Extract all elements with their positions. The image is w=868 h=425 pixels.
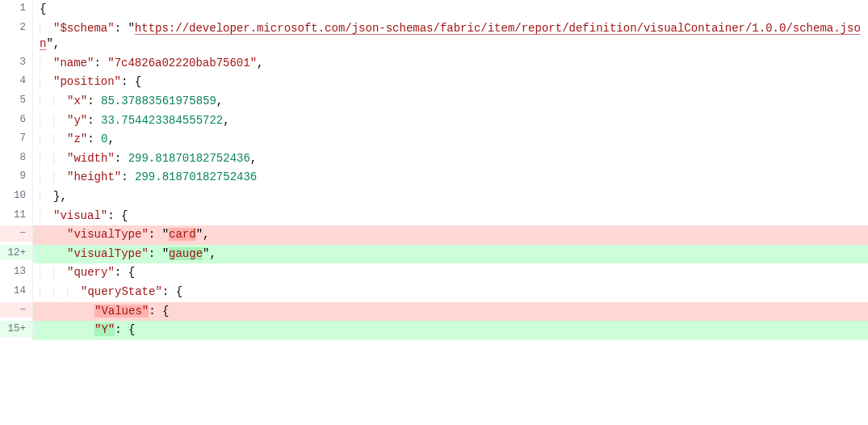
line-number: 7 [0,130,32,146]
token: : [149,305,162,318]
code-line[interactable]: 2"$schema": "https://developer.microsoft… [0,19,868,54]
token: : [87,95,101,107]
code-line[interactable]: 5"x": 85.37883561975859, [0,92,868,112]
line-content[interactable]: "position": { [32,73,868,92]
line-number: 3 [0,54,32,70]
token: "visualType" [67,228,149,241]
line-number: 2 [0,19,32,36]
token: "7c4826a02220bab75601" [107,57,257,69]
line-number: 4 [0,73,32,89]
token: : [115,323,128,336]
line-content[interactable]: "name": "7c4826a02220bab75601", [32,54,868,74]
code-line[interactable]: 4"position": { [0,73,868,92]
code-editor[interactable]: 1{2"$schema": "https://developer.microso… [0,0,868,340]
token: gauge [169,247,203,260]
line-content[interactable]: "Y": { [32,321,868,340]
line-content[interactable]: "height": 299.81870182752436 [32,168,868,187]
line-number: 5 [0,92,32,108]
line-content[interactable]: "query": { [32,263,868,283]
token: "width" [67,152,115,165]
line-number: − [0,302,32,318]
code-line[interactable]: 8"width": 299.81870182752436, [0,149,868,169]
token: : [162,285,176,298]
token: "z" [67,133,87,145]
token: "Values" [94,305,149,318]
token: : [115,266,128,279]
token: " [162,247,169,260]
token: : [121,170,135,183]
token: { [121,209,128,222]
line-content[interactable]: "width": 299.81870182752436, [32,149,868,169]
token: , [257,57,263,69]
line-content[interactable]: "$schema": "https://developer.microsoft.… [32,19,868,54]
token: { [128,323,135,336]
token: : [94,57,107,69]
line-content[interactable]: "x": 85.37883561975859, [32,92,868,112]
line-content[interactable]: { [32,0,868,19]
code-line[interactable]: 7"z": 0, [0,130,868,149]
code-line[interactable]: 14"queryState": { [0,283,868,302]
token: { [176,285,182,298]
code-line[interactable]: 11"visual": { [0,207,868,226]
line-content[interactable]: "visualType": "card", [32,225,868,245]
token: "position" [53,75,121,88]
token: "queryState" [81,285,162,298]
line-number: 12+ [0,245,32,261]
token: 85.37883561975859 [101,95,216,107]
line-content[interactable]: "visual": { [32,207,868,226]
line-content[interactable]: "Values": { [32,302,868,322]
line-content[interactable]: "z": 0, [32,130,868,149]
token: { [135,75,141,88]
code-line[interactable]: 15+"Y": { [0,321,868,340]
token: , [250,152,257,165]
token: { [40,2,46,15]
token: : [149,247,162,260]
token: ", [46,37,60,50]
token: , [107,133,114,145]
token: "height" [67,170,121,183]
token: : [107,209,121,222]
token: , [223,114,229,127]
line-number: 6 [0,112,32,128]
line-content[interactable]: "queryState": { [32,283,868,302]
token: "visual" [53,209,107,222]
token: ", [203,247,216,260]
line-content[interactable]: "visualType": "gauge", [32,245,868,264]
line-number: 11 [0,207,32,223]
token: : [149,228,162,241]
token: " [128,22,134,35]
line-content[interactable]: "y": 33.754423384555722, [32,112,868,131]
line-number: − [0,225,32,242]
token: { [162,305,169,318]
token: card [169,228,196,241]
code-line[interactable]: −"Values": { [0,302,868,322]
code-line[interactable]: 9"height": 299.81870182752436 [0,168,868,187]
token: : [115,152,128,165]
token: "$schema" [53,22,115,35]
code-line[interactable]: −"visualType": "card", [0,225,868,245]
line-number: 14 [0,283,32,299]
code-line[interactable]: 12+"visualType": "gauge", [0,245,868,264]
code-line[interactable]: 13"query": { [0,263,868,283]
line-number: 10 [0,187,32,204]
token: "y" [67,114,87,127]
line-number: 9 [0,168,32,184]
token: ", [196,228,210,241]
token: 299.81870182752436 [135,170,257,183]
token: : [121,75,135,88]
line-content[interactable]: }, [32,187,868,207]
code-line[interactable]: 1{ [0,0,868,19]
token: "x" [67,95,87,107]
code-line[interactable]: 3"name": "7c4826a02220bab75601", [0,54,868,74]
line-number: 15+ [0,321,32,337]
token: " [162,228,169,241]
token: "visualType" [67,247,149,260]
token: , [60,190,66,203]
code-line[interactable]: 6"y": 33.754423384555722, [0,112,868,131]
token: { [128,266,135,279]
code-line[interactable]: 10}, [0,187,868,207]
token: 299.81870182752436 [128,152,250,165]
token: : [115,22,128,35]
token: "query" [67,266,115,279]
token: : [87,114,101,127]
